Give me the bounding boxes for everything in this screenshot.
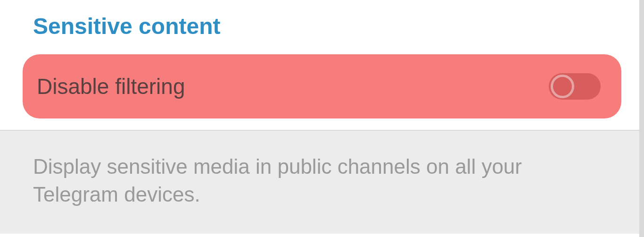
toggle-knob bbox=[551, 75, 574, 98]
disable-filtering-toggle[interactable] bbox=[549, 73, 601, 100]
right-border bbox=[639, 0, 644, 237]
footer-area: Display sensitive media in public channe… bbox=[0, 130, 644, 234]
disable-filtering-row[interactable]: Disable filtering bbox=[23, 54, 621, 118]
disable-filtering-label: Disable filtering bbox=[37, 74, 185, 99]
section-title: Sensitive content bbox=[0, 0, 644, 48]
settings-panel: Sensitive content Disable filtering Disp… bbox=[0, 0, 644, 237]
setting-description: Display sensitive media in public channe… bbox=[33, 152, 611, 209]
